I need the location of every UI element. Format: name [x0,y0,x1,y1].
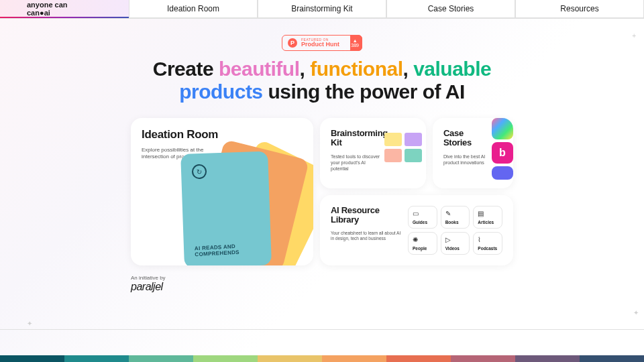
hero-heading: Create beautiful, functional, valuable p… [0,58,644,103]
sparkle-icon: ✦ [27,320,32,327]
cstory-title: Case Stories [443,129,484,148]
videos-icon: ▷ [445,236,451,243]
resource-podcasts[interactable]: ⌇Podcasts [473,232,502,255]
cstory-desc: Dive into the best AI product innovation… [443,154,490,166]
sparkle-icon: ✦ [633,309,639,316]
fan-card-teal: ↻ AI READS AND COMPREHENDS [180,151,272,265]
reslib-title: AI Resource Library [331,206,401,225]
copilot-logo-icon [492,118,513,139]
card-case-stories[interactable]: Case Stories Dive into the best AI produ… [433,118,513,188]
upvote-icon: ▲389 [351,38,359,48]
card-resource-library[interactable]: AI Resource Library Your cheatsheet to l… [320,195,513,265]
articles-icon: ▤ [478,210,484,217]
reslib-desc: Your cheatsheet to learn all about AI in… [331,231,401,242]
brand-logo-icon: b [492,142,513,164]
people-icon: ✺ [413,236,418,243]
nav-case-stories[interactable]: Case Stories [386,0,515,18]
ideation-title: Ideation Room [142,129,222,141]
refresh-icon: ↻ [192,164,207,180]
perspective-floor-line [0,329,644,330]
podcasts-icon: ⌇ [478,236,481,243]
product-logos: b [492,118,513,182]
card-fan-illustration: ↻ AI READS AND COMPREHENDS [172,152,313,265]
brand-logo[interactable]: anyone cancan●ai [0,0,129,18]
product-hunt-badge[interactable]: P FEATURED ON Product Hunt ▲389 [282,35,362,51]
nav-ideation-room[interactable]: Ideation Room [129,0,258,18]
resource-books[interactable]: ✎Books [441,206,470,229]
resource-guides[interactable]: ▭Guides [408,206,437,229]
card-brainstorming-kit[interactable]: Brainstorming Kit Tested tools to discov… [320,118,426,188]
top-nav: Ideation Room Brainstorming Kit Case Sto… [129,0,644,18]
resource-people[interactable]: ✺People [408,232,437,255]
bkit-title: Brainstorming Kit [331,129,391,148]
initiative-credit: An initiative by paraljel [131,275,644,293]
parallel-logo[interactable]: paraljel [131,281,644,293]
card-ideation-room[interactable]: Ideation Room Explore possibilities at t… [131,118,313,265]
product-hunt-text: FEATURED ON Product Hunt [301,38,339,48]
books-icon: ✎ [445,210,451,217]
guides-icon: ▭ [413,210,419,217]
logo-can: can [27,9,40,17]
product-hunt-icon: P [288,38,297,48]
bkit-desc: Tested tools to discover your product's … [331,154,384,172]
logo-ai-dot: ● [40,9,44,17]
resource-videos[interactable]: ▷Videos [441,232,470,255]
nav-brainstorming-kit[interactable]: Brainstorming Kit [258,0,386,18]
sticky-notes-illustration [384,133,422,162]
sparkle-icon: + [632,32,636,40]
resource-articles[interactable]: ▤Articles [473,206,502,229]
footer-rainbow-bar [0,355,644,362]
nav-resources[interactable]: Resources [515,0,644,18]
brand-logo-icon-3 [492,166,513,180]
